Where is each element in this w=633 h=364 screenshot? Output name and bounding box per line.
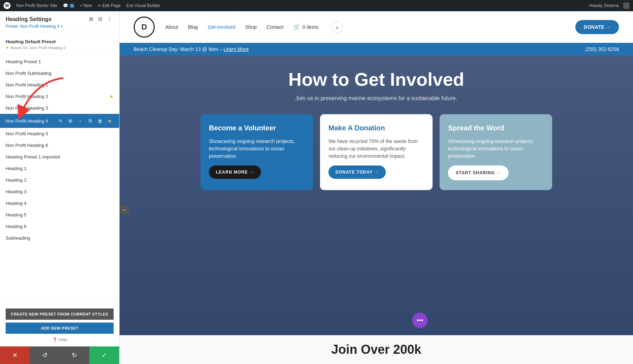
preset-default-sub: ★ Based On: Non Profit Heading 2 [6, 45, 114, 50]
site-navigation: D About Blog Get-involved Shop Contact 🛒… [120, 11, 633, 43]
donate-nav-label: DONATE → [584, 24, 610, 30]
donation-card-title: Make A Donation [328, 124, 424, 132]
announcement-link[interactable]: Learn More [223, 46, 249, 52]
learn-more-button[interactable]: LEARN MORE → [209, 165, 261, 179]
star-active-icon[interactable]: ★ [106, 117, 114, 125]
add-preset-button[interactable]: ADD NEW PRESET [6, 323, 114, 334]
admin-bar-comments[interactable]: 💬 0 [63, 3, 75, 8]
nav-item-contact[interactable]: Contact [267, 24, 283, 30]
list-item[interactable]: Non Profit Heading 5 [0, 128, 119, 139]
expand-icon[interactable]: ⊞ [89, 16, 95, 22]
preset-item-label: Heading 6 [6, 224, 114, 229]
announcement-text: Beach Cleanup Day: March 13 @ 9am – Lear… [134, 46, 249, 52]
donation-card: Make A Donation We have recycled 75% of … [320, 114, 433, 190]
list-item[interactable]: Non Profit Heading 1 [0, 79, 119, 91]
preset-list: Heading Default Preset ★ Based On: Non P… [0, 32, 119, 304]
resize-handle[interactable]: ↔ [120, 205, 129, 215]
join-section: Join Over 200k [120, 335, 633, 364]
list-item[interactable]: Non Profit Heading 3 [0, 102, 119, 114]
cart-count: 0 items [302, 24, 318, 30]
admin-bar-edit-page[interactable]: ✏ Edit Page [98, 3, 121, 8]
list-item[interactable]: Heading 6 [0, 221, 119, 232]
list-item[interactable]: Heading 2 [0, 174, 119, 186]
wp-logo[interactable]: W [4, 2, 11, 9]
preset-default-based: Based On: Non Profit Heading 2 [11, 46, 66, 50]
list-item[interactable]: Heading 1 [0, 163, 119, 174]
list-item[interactable]: Heading Preset 1 imported [0, 151, 119, 163]
redo-button[interactable]: ↻ [60, 346, 90, 364]
redo-icon: ↻ [72, 351, 77, 359]
active-preset-tools: ✎ ⚙ ↑ ⧉ 🗑 ★ [57, 117, 114, 125]
sharing-card-text: Showcasing ongoing research projects, te… [448, 138, 544, 160]
panel-title-text: Heading Settings [6, 16, 52, 22]
undo-icon: ↺ [42, 351, 47, 359]
panel-header: Heading Settings ⊞ ⊟ ⋮ Preset: Non Profi… [0, 11, 119, 32]
create-preset-button[interactable]: CREATE NEW PRESET FROM CURRENT STYLES [6, 308, 114, 320]
list-item[interactable]: Heading 5 [0, 209, 119, 221]
howdy-text: Howdy, Deanna [589, 3, 619, 8]
comment-icon: 💬 [63, 3, 68, 8]
list-item[interactable]: Non Profit Heading 6 [0, 139, 119, 151]
list-item[interactable]: Non Profit Subheading [0, 67, 119, 79]
site-logo: D [134, 17, 155, 38]
list-item[interactable]: Heading 4 [0, 197, 119, 209]
preset-item-label: Non Profit Heading 3 [6, 105, 114, 111]
comment-count: 0 [70, 4, 75, 8]
preset-item-label: Non Profit Heading 6 [6, 143, 114, 148]
volunteer-card-text: Showcasing ongoing research projects, te… [209, 138, 305, 160]
delete-icon[interactable]: 🗑 [96, 117, 104, 125]
donate-nav-button[interactable]: DONATE → [575, 20, 619, 34]
list-item[interactable]: Heading 3 [0, 186, 119, 197]
panel-subtitle-text: Preset: Non Profit Heading 4 [6, 24, 59, 29]
nav-item-get-involved[interactable]: Get-involved [208, 24, 236, 30]
cancel-button[interactable]: ✕ [0, 346, 30, 364]
star-icon: ★ [6, 45, 9, 50]
join-title: Join Over 200k [331, 342, 421, 357]
list-item[interactable]: Subheading [0, 232, 119, 244]
panel-subtitle[interactable]: Preset: Non Profit Heading 4 ▾ [6, 24, 114, 29]
cancel-icon: ✕ [12, 351, 18, 359]
active-preset-label: Non Profit Heading 4 [6, 118, 57, 124]
pencil-icon[interactable]: ✎ [57, 117, 64, 125]
list-item[interactable]: Non Profit Heading 2 ★ [0, 91, 119, 102]
export-icon[interactable]: ↑ [76, 117, 84, 125]
admin-bar: W Non Profit Starter Site 💬 0 + New ✏ Ed… [0, 0, 633, 11]
search-button[interactable]: ⌕ [332, 21, 343, 33]
start-sharing-button[interactable]: START SHARING → [448, 165, 509, 180]
purple-options-button[interactable]: ••• [412, 313, 428, 328]
preset-item-label: Heading 3 [6, 189, 114, 194]
hero-title: How to Get Involved [134, 70, 619, 90]
help-link[interactable]: ❓ Help [6, 337, 114, 342]
save-icon: ✓ [102, 351, 107, 359]
nav-item-blog[interactable]: Blog [188, 24, 198, 30]
duplicate-icon[interactable]: ⧉ [86, 117, 94, 125]
admin-bar-exit-builder[interactable]: Exit Visual Builder [126, 3, 160, 8]
donate-today-button[interactable]: DONATE TODAY → [328, 165, 386, 179]
nav-item-about[interactable]: About [165, 24, 178, 30]
phone-number: (255) 352-6258 [585, 46, 619, 52]
cart-icon: 🛒 [293, 24, 300, 30]
cart-item[interactable]: 🛒 0 items [293, 24, 318, 30]
hero-section: How to Get Involved Join us in preservin… [120, 56, 633, 335]
settings-icon[interactable]: ⚙ [66, 117, 74, 125]
preset-item-label: Heading 5 [6, 212, 114, 217]
admin-bar-right: Howdy, Deanna [589, 2, 630, 9]
more-options-icon[interactable]: ⋮ [107, 16, 114, 22]
announcement-bar: Beach Cleanup Day: March 13 @ 9am – Lear… [120, 43, 633, 56]
save-button[interactable]: ✓ [89, 346, 119, 364]
admin-bar-new[interactable]: + New [80, 3, 92, 8]
preset-default-item[interactable]: Heading Default Preset ★ Based On: Non P… [0, 35, 119, 53]
hero-content: How to Get Involved Join us in preservin… [134, 70, 619, 190]
list-item[interactable]: Heading Preset 1 [0, 56, 119, 67]
list-item-active[interactable]: Non Profit Heading 4 ✎ ⚙ ↑ ⧉ 🗑 ★ [0, 114, 119, 128]
admin-bar-site-name[interactable]: Non Profit Starter Site [16, 3, 57, 8]
preset-default-title: Heading Default Preset [6, 39, 114, 44]
donation-card-text: We have recycled 75% of the waste from o… [328, 138, 424, 160]
preset-item-label: Heading Preset 1 imported [6, 154, 114, 160]
sharing-card: Spread the Word Showcasing ongoing resea… [440, 114, 552, 190]
options-icon: ••• [417, 317, 423, 324]
undo-button[interactable]: ↺ [30, 346, 60, 364]
columns-icon[interactable]: ⊟ [98, 16, 104, 22]
nav-item-shop[interactable]: Shop [245, 24, 257, 30]
separator [0, 54, 119, 54]
